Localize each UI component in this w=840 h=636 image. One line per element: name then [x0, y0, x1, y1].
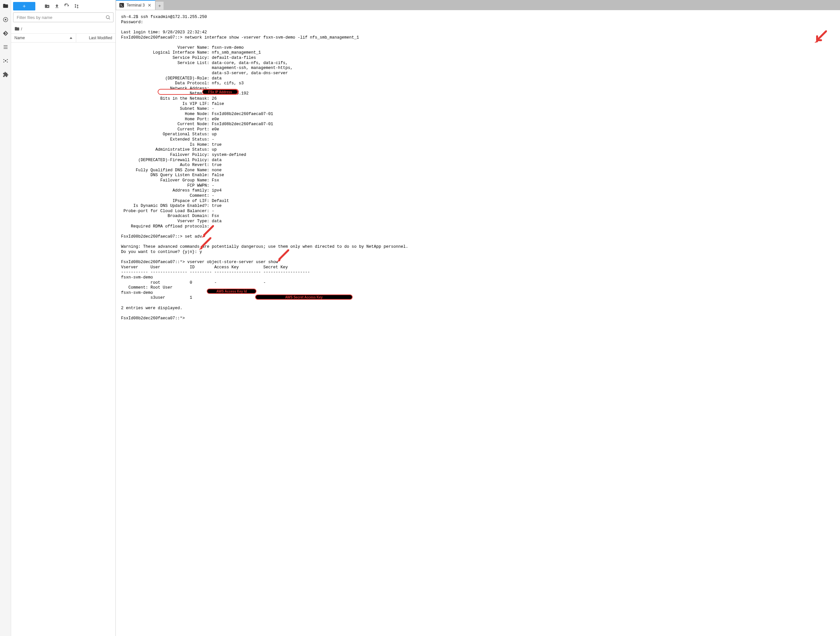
folder-icon	[14, 26, 20, 31]
search-icon	[105, 15, 111, 20]
folder-icon[interactable]	[2, 3, 9, 9]
svg-point-9	[106, 16, 109, 19]
new-folder-icon[interactable]	[44, 3, 51, 9]
close-icon[interactable]	[147, 3, 152, 8]
git-icon[interactable]	[2, 30, 9, 36]
tab-terminal-3[interactable]: Terminal 3	[116, 0, 155, 10]
refresh-icon[interactable]	[63, 3, 70, 9]
svg-point-4	[5, 60, 6, 62]
svg-point-5	[3, 59, 4, 60]
tab-strip: Terminal 3	[116, 0, 840, 10]
svg-line-10	[109, 18, 110, 19]
filter-files-box	[13, 13, 114, 22]
file-list-header: Name Last Modified	[11, 34, 115, 43]
column-last-modified[interactable]: Last Modified	[76, 34, 115, 42]
new-tab-button[interactable]	[155, 1, 164, 10]
column-name[interactable]: Name	[11, 34, 76, 42]
kernels-icon[interactable]	[2, 58, 9, 64]
file-browser-panel: / Name Last Modified	[11, 0, 116, 636]
activity-bar	[0, 0, 11, 636]
sort-asc-icon	[69, 36, 73, 39]
upload-icon[interactable]	[54, 3, 60, 9]
svg-point-6	[6, 59, 8, 60]
file-toolbar	[11, 0, 115, 13]
main-area: Terminal 3 sh-4.2$ ssh fsxadmin@172.31.2…	[116, 0, 840, 636]
new-launcher-button[interactable]	[13, 2, 35, 11]
svg-rect-0	[5, 19, 6, 20]
svg-point-8	[6, 61, 8, 62]
toc-icon[interactable]	[2, 44, 9, 50]
terminal-icon	[119, 3, 124, 8]
file-list-body[interactable]	[11, 43, 115, 636]
breadcrumb-root: /	[21, 27, 22, 31]
git-toolbar-icon[interactable]	[73, 3, 80, 9]
running-icon[interactable]	[2, 16, 9, 23]
filter-input[interactable]	[13, 15, 113, 20]
svg-point-7	[3, 61, 4, 62]
extensions-icon[interactable]	[2, 71, 9, 78]
tab-label: Terminal 3	[126, 3, 145, 8]
terminal-output[interactable]: sh-4.2$ ssh fsxadmin@172.31.255.250 Pass…	[116, 10, 840, 636]
breadcrumb[interactable]: /	[11, 24, 115, 34]
